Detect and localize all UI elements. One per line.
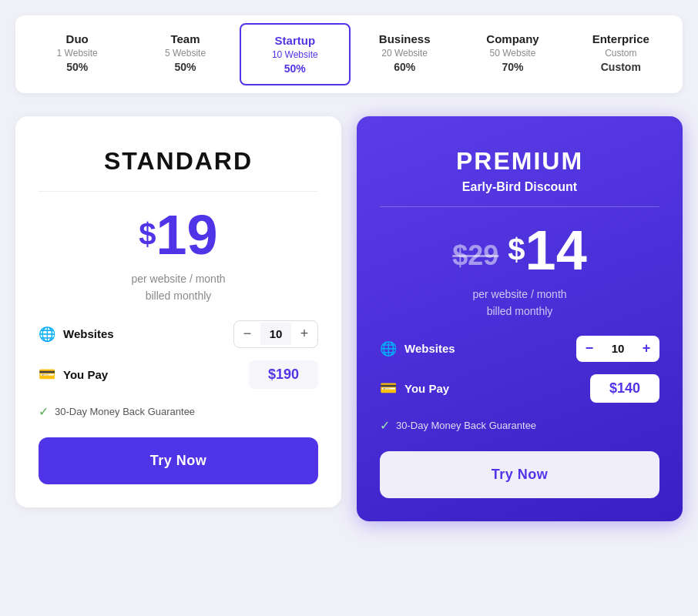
tab-enterprise-discount: Custom	[573, 61, 669, 73]
tab-company-websites: 50 Website	[465, 48, 560, 59]
premium-quantity-control: − 10 +	[576, 336, 659, 362]
tab-company[interactable]: Company 50 Website 70%	[458, 23, 566, 85]
plan-tabs: Duo 1 Website 50% Team 5 Website 50% Sta…	[15, 15, 683, 93]
standard-card: STANDARD $19 per website / month billed …	[15, 116, 341, 507]
standard-try-button[interactable]: Try Now	[39, 437, 318, 484]
tab-enterprise[interactable]: Enterprice Custom Custom	[567, 23, 675, 85]
standard-guarantee: ✓ 30-Day Money Back Guarantee	[39, 404, 318, 419]
premium-qty-value: 10	[602, 337, 633, 360]
tab-company-name: Company	[465, 32, 560, 45]
premium-try-button[interactable]: Try Now	[380, 451, 659, 498]
premium-qty-increase[interactable]: +	[633, 336, 659, 362]
premium-websites-label: Websites	[404, 342, 569, 355]
tab-business-name: Business	[357, 32, 452, 45]
standard-title: STANDARD	[39, 147, 318, 176]
tab-startup-websites: 10 Website	[247, 49, 343, 60]
premium-price-number: 14	[525, 219, 587, 281]
standard-price-number: 19	[156, 204, 218, 266]
tab-enterprise-websites: Custom	[573, 48, 669, 59]
globe-icon-premium	[380, 340, 397, 357]
premium-subtitle: Early-Bird Discount	[380, 180, 659, 194]
tab-business-discount: 60%	[357, 61, 452, 73]
standard-websites-label: Websites	[63, 327, 226, 340]
standard-qty-increase[interactable]: +	[291, 321, 317, 347]
standard-currency-symbol: $	[139, 219, 156, 249]
premium-original-price: $29	[452, 239, 498, 272]
globe-icon	[39, 326, 55, 343]
standard-guarantee-text: 30-Day Money Back Guarantee	[55, 406, 195, 417]
pricing-cards: STANDARD $19 per website / month billed …	[15, 116, 683, 521]
tab-duo-websites: 1 Website	[29, 48, 125, 59]
standard-you-pay-label: You Pay	[63, 368, 241, 381]
standard-qty-decrease[interactable]: −	[234, 321, 260, 347]
premium-you-pay-label: You Pay	[404, 382, 582, 395]
premium-title: PREMIUM	[380, 147, 659, 176]
premium-you-pay-row: You Pay $140	[380, 374, 659, 403]
tab-team[interactable]: Team 5 Website 50%	[131, 23, 239, 85]
standard-price-wrapper: $19	[39, 207, 318, 263]
tab-startup[interactable]: Startup 10 Website 50%	[240, 23, 351, 85]
premium-divider	[380, 206, 659, 207]
tab-enterprise-name: Enterprice	[573, 32, 669, 45]
premium-qty-decrease[interactable]: −	[576, 336, 602, 362]
tab-team-name: Team	[137, 32, 233, 45]
standard-qty-value: 10	[260, 323, 291, 345]
standard-quantity-control: − 10 +	[233, 320, 318, 348]
standard-price: $19	[139, 204, 217, 266]
premium-guarantee-text: 30-Day Money Back Guarantee	[396, 420, 536, 431]
standard-you-pay-row: You Pay $190	[39, 360, 318, 389]
card-icon-premium	[380, 380, 397, 397]
standard-divider	[39, 191, 318, 192]
premium-websites-row: Websites − 10 +	[380, 336, 659, 362]
tab-team-discount: 50%	[137, 61, 233, 73]
check-icon-premium: ✓	[380, 418, 390, 433]
check-icon-standard: ✓	[39, 404, 49, 419]
card-icon-standard	[39, 366, 55, 383]
tab-duo-discount: 50%	[29, 61, 125, 73]
premium-card: PREMIUM Early-Bird Discount $29 $14 per …	[357, 116, 683, 521]
tab-business-websites: 20 Website	[357, 48, 452, 59]
tab-duo[interactable]: Duo 1 Website 50%	[23, 23, 131, 85]
tab-duo-name: Duo	[29, 32, 125, 45]
standard-websites-row: Websites − 10 +	[39, 320, 318, 348]
standard-pay-amount: $190	[249, 360, 318, 389]
tab-business[interactable]: Business 20 Website 60%	[351, 23, 458, 85]
premium-price-wrapper: $29 $14	[380, 223, 659, 278]
tab-startup-discount: 50%	[247, 62, 343, 75]
premium-price-desc: per website / month billed monthly	[380, 286, 659, 320]
tab-startup-name: Startup	[247, 34, 343, 47]
tab-team-websites: 5 Website	[137, 48, 233, 59]
premium-price: $14	[508, 223, 586, 278]
premium-currency-symbol: $	[508, 234, 525, 265]
premium-guarantee: ✓ 30-Day Money Back Guarantee	[380, 418, 659, 433]
tab-company-discount: 70%	[465, 61, 560, 73]
premium-pay-amount: $140	[590, 374, 659, 403]
standard-price-desc: per website / month billed monthly	[39, 270, 318, 305]
